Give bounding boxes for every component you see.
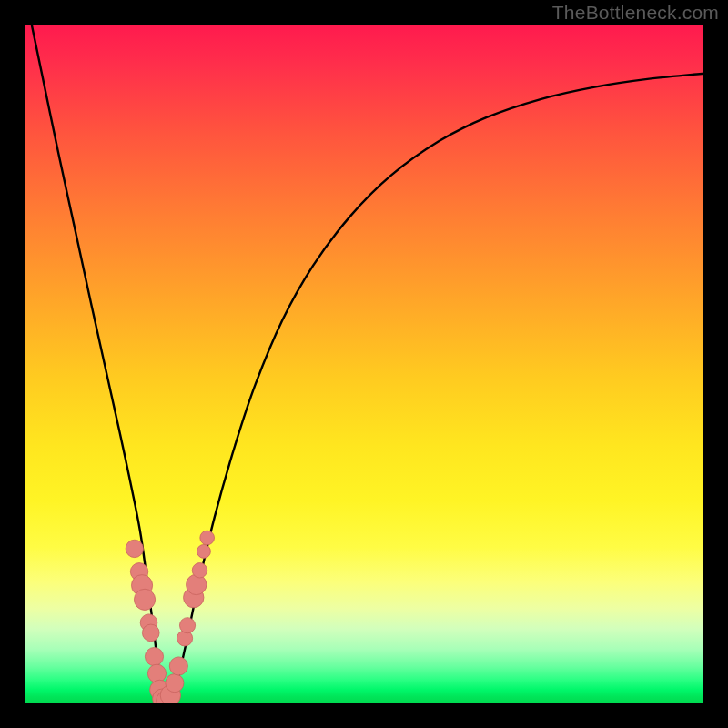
plot-area xyxy=(25,25,703,703)
data-marker xyxy=(126,540,143,557)
data-marker xyxy=(142,624,159,642)
data-markers xyxy=(126,531,214,703)
bottleneck-curve xyxy=(25,25,703,703)
data-marker xyxy=(187,574,207,594)
data-marker xyxy=(200,531,215,545)
data-marker xyxy=(134,589,155,610)
data-marker xyxy=(145,647,163,665)
data-marker xyxy=(169,657,187,675)
chart-svg xyxy=(25,25,703,703)
chart-frame: TheBottleneck.com xyxy=(0,0,728,728)
data-marker xyxy=(147,664,166,682)
data-marker xyxy=(197,544,210,558)
data-marker xyxy=(166,674,184,693)
data-marker xyxy=(192,563,207,578)
watermark-text: TheBottleneck.com xyxy=(552,2,719,24)
data-marker xyxy=(179,618,195,633)
